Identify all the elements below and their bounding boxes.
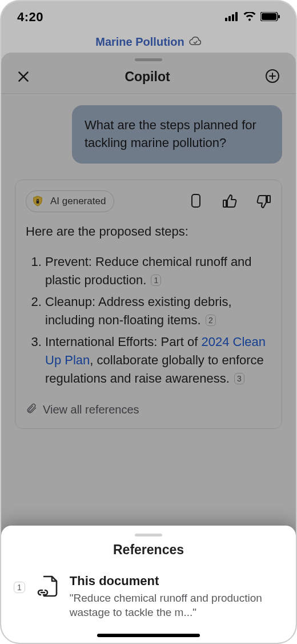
svg-rect-5 bbox=[262, 13, 276, 20]
svg-rect-2 bbox=[232, 14, 234, 21]
reference-item[interactable]: 1 This document "Reduce chemical runoff … bbox=[1, 574, 296, 620]
svg-rect-9 bbox=[192, 194, 200, 207]
document-link-icon bbox=[34, 574, 61, 600]
citation-marker[interactable]: 1 bbox=[151, 275, 161, 286]
view-refs-label: View all references bbox=[43, 403, 139, 416]
copy-button[interactable] bbox=[189, 193, 203, 210]
svg-rect-0 bbox=[225, 18, 227, 21]
ai-response-card: AI generated He bbox=[15, 180, 282, 429]
reference-title: This document bbox=[70, 574, 279, 589]
svg-rect-8 bbox=[37, 201, 39, 204]
sheet-grabber[interactable] bbox=[135, 58, 162, 61]
ai-steps-list: Prevent: Reduce chemical runoff and plas… bbox=[26, 253, 271, 387]
status-indicators bbox=[225, 10, 280, 25]
svg-rect-3 bbox=[235, 12, 238, 21]
battery-icon bbox=[260, 10, 280, 25]
svg-rect-6 bbox=[278, 15, 280, 18]
signal-icon bbox=[225, 10, 239, 25]
ai-generated-badge[interactable]: AI generated bbox=[26, 190, 114, 212]
shield-lock-icon bbox=[31, 194, 45, 208]
doc-title: Marine Pollution bbox=[95, 35, 184, 49]
status-time: 4:20 bbox=[17, 10, 43, 25]
references-sheet: References 1 This document "Reduce chemi… bbox=[1, 526, 296, 643]
citation-marker[interactable]: 3 bbox=[234, 373, 244, 384]
ai-badge-label: AI generated bbox=[50, 196, 106, 207]
ai-intro: Here are the proposed steps: bbox=[26, 222, 271, 241]
reference-number: 1 bbox=[14, 582, 25, 593]
cloud-sync-icon bbox=[189, 36, 202, 49]
paperclip-icon bbox=[26, 403, 37, 417]
status-bar: 4:20 bbox=[1, 1, 296, 33]
svg-rect-1 bbox=[228, 16, 231, 21]
doc-title-row[interactable]: Marine Pollution bbox=[1, 35, 296, 49]
thumbs-down-button[interactable] bbox=[256, 193, 271, 209]
close-button[interactable] bbox=[16, 69, 31, 84]
reference-snippet: "Reduce chemical runoff and production w… bbox=[70, 591, 279, 620]
references-title: References bbox=[1, 542, 296, 558]
list-item: International Efforts: Part of 2024 Clea… bbox=[45, 333, 271, 388]
user-message: What are the steps planned for tackling … bbox=[72, 105, 282, 164]
wifi-icon bbox=[243, 10, 256, 25]
list-item: Prevent: Reduce chemical runoff and plas… bbox=[45, 253, 271, 289]
list-item: Cleanup: Address existing debris, includ… bbox=[45, 293, 271, 329]
view-all-references[interactable]: View all references bbox=[26, 403, 271, 417]
thumbs-up-button[interactable] bbox=[222, 193, 237, 209]
new-chat-button[interactable] bbox=[264, 68, 281, 85]
refs-sheet-grabber[interactable] bbox=[135, 534, 162, 536]
home-indicator[interactable] bbox=[97, 634, 200, 637]
citation-marker[interactable]: 2 bbox=[206, 315, 216, 326]
copilot-title: Copilot bbox=[125, 69, 170, 85]
